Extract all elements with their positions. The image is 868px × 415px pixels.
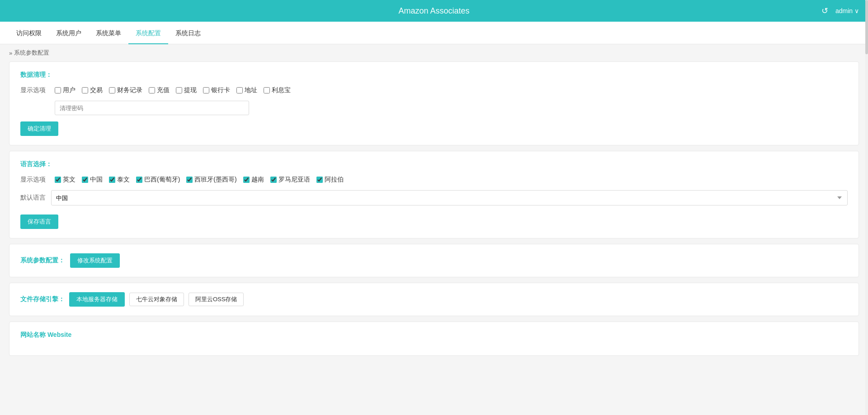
checkbox-finance-label: 财务记录: [117, 86, 142, 94]
checkbox-thai-label: 泰文: [117, 176, 130, 184]
checkbox-interest-input[interactable]: [264, 87, 270, 93]
checkbox-user[interactable]: 用户: [55, 86, 75, 94]
website-card: 网站名称 Website: [9, 322, 859, 356]
checkbox-thai[interactable]: 泰文: [109, 176, 130, 184]
checkbox-romanian[interactable]: 罗马尼亚语: [270, 176, 310, 184]
header-title: Amazon Associates: [398, 6, 469, 16]
checkbox-bank-label: 银行卡: [211, 86, 230, 94]
display-options-label: 显示选项: [20, 86, 47, 94]
checkbox-spanish[interactable]: 西班牙(墨西哥): [186, 176, 236, 184]
checkbox-user-input[interactable]: [55, 87, 61, 93]
data-clear-checkbox-group: 用户 交易 财务记录 充值 提现: [55, 86, 291, 94]
checkbox-address-label: 地址: [245, 86, 257, 94]
nav-item-menu[interactable]: 系统菜单: [89, 22, 128, 44]
checkbox-recharge-input[interactable]: [149, 87, 155, 93]
checkbox-bank-input[interactable]: [203, 87, 209, 93]
nav-item-config[interactable]: 系统配置: [128, 22, 168, 44]
checkbox-address-input[interactable]: [236, 87, 243, 93]
file-storage-title: 文件存储引擎：: [20, 295, 65, 303]
checkbox-transaction-label: 交易: [90, 86, 103, 94]
data-clear-checkboxes-row: 显示选项 用户 交易 财务记录 充值: [20, 86, 848, 94]
language-title: 语言选择：: [20, 160, 848, 168]
language-checkbox-group: 英文 中国 泰文 巴西(葡萄牙) 西班牙(墨西哥): [55, 176, 344, 184]
checkbox-brazil-input[interactable]: [136, 177, 142, 183]
checkbox-arabic-input[interactable]: [316, 177, 323, 183]
default-lang-label: 默认语言: [20, 194, 47, 202]
file-storage-row: 文件存储引擎： 本地服务器存储 七牛云对象存储 阿里云OSS存储: [20, 292, 848, 307]
user-menu[interactable]: admin ∨: [835, 7, 859, 14]
checkbox-english-input[interactable]: [55, 177, 61, 183]
system-params-row: 系统参数配置： 修改系统配置: [20, 253, 848, 268]
clear-password-input[interactable]: [55, 101, 249, 115]
nav-item-users[interactable]: 系统用户: [49, 22, 89, 44]
checkbox-brazil-label: 巴西(葡萄牙): [144, 176, 180, 184]
checkbox-spanish-input[interactable]: [186, 177, 193, 183]
checkbox-english[interactable]: 英文: [55, 176, 75, 184]
checkbox-chinese-input[interactable]: [82, 177, 88, 183]
language-checkboxes-row: 显示选项 英文 中国 泰文 巴西(葡萄牙): [20, 176, 848, 184]
save-language-button[interactable]: 保存语言: [20, 214, 58, 229]
checkbox-finance-input[interactable]: [109, 87, 115, 93]
checkbox-english-label: 英文: [63, 176, 75, 184]
file-storage-card: 文件存储引擎： 本地服务器存储 七牛云对象存储 阿里云OSS存储: [9, 283, 859, 316]
checkbox-recharge[interactable]: 充值: [149, 86, 170, 94]
checkbox-chinese-label: 中国: [90, 176, 103, 184]
checkbox-thai-input[interactable]: [109, 177, 115, 183]
breadcrumb-label: 系统参数配置: [14, 49, 49, 57]
checkbox-withdraw-input[interactable]: [176, 87, 182, 93]
website-title: 网站名称 Website: [20, 331, 848, 339]
breadcrumb-separator: »: [9, 50, 12, 56]
checkbox-recharge-label: 充值: [157, 86, 170, 94]
checkbox-interest[interactable]: 利息宝: [264, 86, 291, 94]
checkbox-arabic[interactable]: 阿拉伯: [316, 176, 344, 184]
checkbox-transaction-input[interactable]: [82, 87, 88, 93]
nav-bar: 访问权限 系统用户 系统菜单 系统配置 系统日志: [0, 22, 868, 44]
checkbox-vietnamese[interactable]: 越南: [243, 176, 264, 184]
nav-item-access[interactable]: 访问权限: [9, 22, 49, 44]
checkbox-arabic-label: 阿拉伯: [325, 176, 344, 184]
password-row: [20, 101, 848, 115]
checkbox-romanian-label: 罗马尼亚语: [278, 176, 310, 184]
main-content: 数据清理： 显示选项 用户 交易 财务记录 充值: [0, 61, 868, 370]
scrollbar-track[interactable]: [865, 0, 868, 370]
refresh-icon[interactable]: ↺: [821, 6, 828, 16]
checkbox-interest-label: 利息宝: [272, 86, 291, 94]
checkbox-withdraw-label: 提现: [184, 86, 197, 94]
header-right: ↺ admin ∨: [821, 6, 859, 16]
modify-system-config-button[interactable]: 修改系统配置: [70, 253, 120, 268]
confirm-clear-button[interactable]: 确定清理: [20, 121, 58, 136]
checkbox-brazil[interactable]: 巴西(葡萄牙): [136, 176, 180, 184]
system-params-card: 系统参数配置： 修改系统配置: [9, 244, 859, 277]
data-clear-card: 数据清理： 显示选项 用户 交易 财务记录 充值: [9, 61, 859, 145]
checkbox-bank[interactable]: 银行卡: [203, 86, 230, 94]
checkbox-withdraw[interactable]: 提现: [176, 86, 197, 94]
checkbox-chinese[interactable]: 中国: [82, 176, 103, 184]
checkbox-user-label: 用户: [63, 86, 75, 94]
checkbox-vietnamese-input[interactable]: [243, 177, 250, 183]
checkbox-vietnamese-label: 越南: [251, 176, 264, 184]
checkbox-finance[interactable]: 财务记录: [109, 86, 142, 94]
qiniu-storage-button[interactable]: 七牛云对象存储: [129, 293, 184, 306]
aliyun-storage-button[interactable]: 阿里云OSS存储: [189, 293, 244, 306]
checkbox-address[interactable]: 地址: [236, 86, 257, 94]
scrollbar-thumb[interactable]: [865, 0, 868, 54]
checkbox-transaction[interactable]: 交易: [82, 86, 103, 94]
system-params-title: 系统参数配置：: [20, 256, 65, 265]
header: Amazon Associates ↺ admin ∨: [0, 0, 868, 22]
breadcrumb: » 系统参数配置: [0, 44, 868, 61]
local-storage-button[interactable]: 本地服务器存储: [69, 292, 125, 307]
checkbox-spanish-label: 西班牙(墨西哥): [194, 176, 236, 184]
language-card: 语言选择： 显示选项 英文 中国 泰文 巴西(葡萄牙): [9, 151, 859, 238]
lang-display-label: 显示选项: [20, 176, 47, 184]
data-clear-title: 数据清理：: [20, 71, 848, 79]
nav-item-log[interactable]: 系统日志: [168, 22, 208, 44]
checkbox-romanian-input[interactable]: [270, 177, 277, 183]
default-lang-select[interactable]: 中国 英文 泰文: [51, 190, 848, 205]
default-lang-row: 默认语言 中国 英文 泰文: [20, 190, 848, 205]
